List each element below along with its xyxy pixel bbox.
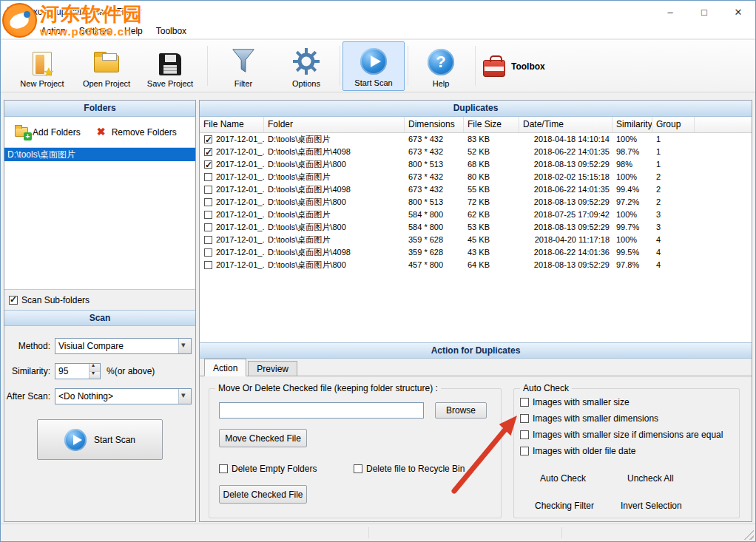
similarity-input[interactable]: 95	[55, 363, 101, 379]
auto-check-option-label: Images with smaller dimensions	[533, 413, 658, 424]
row-checkbox[interactable]	[204, 223, 212, 231]
resize-grip[interactable]	[743, 529, 754, 540]
row-date-time: 2018-06-22 14:01:35	[519, 146, 612, 158]
row-filler	[695, 234, 752, 246]
column-header-date-time[interactable]: Date/Time	[519, 117, 612, 132]
row-checkbox[interactable]	[204, 198, 212, 206]
chevron-down-icon[interactable]	[178, 389, 191, 404]
toolbar-separator	[207, 46, 208, 86]
menu-item-help[interactable]: Help	[118, 23, 149, 39]
table-row[interactable]: 2017-12-01_...D:\tools\桌面图片359 * 62845 K…	[200, 234, 752, 246]
start-scan-button[interactable]: Start Scan	[37, 419, 163, 460]
auto-check-option[interactable]: Images with older file date	[520, 445, 736, 457]
auto-check-option[interactable]: Images with smaller size if dimensions a…	[520, 429, 736, 441]
options-button[interactable]: Options	[275, 41, 337, 91]
folders-panel: Folders Add Folders Remove Folders D:\to…	[4, 100, 196, 522]
column-header-filler	[695, 117, 752, 132]
column-header-dimensions[interactable]: Dimensions	[405, 117, 464, 132]
row-file-name: 2017-12-01_...	[216, 209, 264, 221]
table-row[interactable]: 2017-12-01_...D:\tools\桌面图片\800800 * 513…	[200, 196, 752, 209]
chevron-down-icon[interactable]	[178, 339, 191, 353]
auto-check-option[interactable]: Images with smaller dimensions	[520, 413, 736, 424]
row-filler	[695, 209, 752, 221]
row-similarity: 98%	[612, 158, 652, 171]
scan-subfolders-checkbox[interactable]: Scan Sub-folders	[9, 294, 90, 307]
delete-empty-folders-checkbox[interactable]: Delete Empty Folders	[219, 463, 317, 475]
table-row[interactable]: 2017-12-01_...D:\tools\桌面图片\800457 * 800…	[200, 259, 752, 271]
method-select[interactable]: Visiual Compare	[55, 338, 192, 354]
menu-item-toolbox[interactable]: Toolbox	[149, 23, 193, 39]
row-group: 3	[652, 209, 695, 221]
start-scan-toolbar-button[interactable]: Start Scan	[342, 41, 405, 91]
menu-item-file[interactable]: File	[7, 23, 34, 39]
row-file-size: 83 KB	[464, 133, 519, 146]
folder-list-item[interactable]: D:\tools\桌面图片	[4, 148, 195, 161]
table-row[interactable]: 2017-12-01_...D:\tools\桌面图片\800800 * 513…	[200, 158, 752, 171]
move-checked-file-button[interactable]: Move Checked File	[219, 429, 307, 447]
help-button[interactable]: Help	[410, 41, 472, 91]
row-checkbox[interactable]	[204, 211, 212, 219]
tab-preview[interactable]: Preview	[248, 361, 297, 376]
tab-action[interactable]: Action	[204, 359, 246, 376]
delete-checked-file-button[interactable]: Delete Checked File	[219, 485, 307, 504]
new-project-button[interactable]: New Project	[10, 41, 75, 91]
column-header-group[interactable]: Group	[652, 117, 695, 132]
row-file-name: 2017-12-01_...	[216, 221, 264, 234]
table-row[interactable]: 2017-12-01_...D:\tools\桌面图片\4098673 * 43…	[200, 146, 752, 158]
column-header-folder[interactable]: Folder	[264, 117, 405, 132]
filter-button[interactable]: Filter	[212, 41, 274, 91]
table-row[interactable]: 2017-12-01_...D:\tools\桌面图片\4098673 * 43…	[200, 183, 752, 196]
start-scan-button-label: Start Scan	[94, 435, 135, 445]
column-header-similarity[interactable]: Similarity	[612, 117, 652, 132]
row-checkbox[interactable]	[204, 173, 212, 181]
auto-check-option[interactable]: Images with smaller size	[520, 396, 736, 408]
save-project-button[interactable]: Save Project	[138, 41, 202, 91]
table-row[interactable]: 2017-12-01_...D:\tools\桌面图片673 * 43280 K…	[200, 171, 752, 183]
row-dimensions: 800 * 513	[405, 158, 464, 171]
delete-to-recycle-bin-checkbox[interactable]: Delete file to Recycle Bin	[354, 463, 465, 475]
minimize-button[interactable]: –	[653, 1, 687, 23]
row-folder: D:\tools\桌面图片\4098	[264, 146, 405, 158]
after-scan-select[interactable]: <Do Nothing>	[55, 388, 192, 404]
column-header-file-size[interactable]: File Size	[464, 117, 519, 132]
row-file-size: 43 KB	[464, 246, 519, 259]
toolbox-button[interactable]: Toolbox	[483, 41, 564, 91]
row-dimensions: 584 * 800	[405, 209, 464, 221]
menu-item-action[interactable]: Action	[34, 23, 72, 39]
toolbar-separator	[408, 46, 408, 86]
auto-check-button[interactable]: Auto Check	[540, 473, 586, 484]
row-checkbox[interactable]	[204, 148, 212, 156]
table-row[interactable]: 2017-12-01_...D:\tools\桌面图片\4098359 * 62…	[200, 246, 752, 259]
row-checkbox[interactable]	[204, 236, 212, 244]
table-row[interactable]: 2017-12-01_...D:\tools\桌面图片673 * 43283 K…	[200, 133, 752, 146]
row-checkbox[interactable]	[204, 261, 212, 269]
table-row[interactable]: 2017-12-01_...D:\tools\桌面图片\800584 * 800…	[200, 221, 752, 234]
table-row[interactable]: 2017-12-01_...D:\tools\桌面图片584 * 80062 K…	[200, 209, 752, 221]
checking-filter-button[interactable]: Checking Filter	[535, 501, 594, 511]
uncheck-all-button[interactable]: Uncheck All	[627, 473, 674, 484]
row-folder: D:\tools\桌面图片\800	[264, 158, 405, 171]
row-similarity: 100%	[612, 234, 652, 246]
move-path-input[interactable]	[219, 402, 424, 419]
remove-folders-button[interactable]: Remove Folders	[97, 127, 177, 138]
menu-item-settings[interactable]: Settings	[72, 23, 118, 39]
add-folders-button[interactable]: Add Folders	[15, 127, 81, 138]
action-for-duplicates-header: Action for Duplicates	[200, 342, 752, 359]
auto-check-option-label: Images with smaller size if dimensions a…	[533, 430, 723, 440]
row-file-size: 45 KB	[464, 234, 519, 246]
row-file-name: 2017-12-01_...	[216, 246, 264, 259]
title-bar: Boxoft Duplicate Image Finder – □ ✕	[1, 1, 755, 23]
open-project-button[interactable]: Open Project	[75, 41, 138, 91]
row-file-name: 2017-12-01_...	[216, 133, 264, 146]
row-checkbox[interactable]	[204, 186, 212, 194]
close-button[interactable]: ✕	[721, 1, 755, 23]
row-checkbox[interactable]	[204, 160, 212, 169]
maximize-button[interactable]: □	[687, 1, 721, 23]
row-checkbox[interactable]	[204, 135, 212, 143]
column-header-file-name[interactable]: File Name	[200, 117, 264, 132]
row-checkbox[interactable]	[204, 248, 212, 257]
invert-selection-button[interactable]: Invert Selection	[621, 501, 682, 511]
spin-down-icon[interactable]	[90, 371, 100, 379]
row-group: 2	[652, 196, 695, 209]
browse-button[interactable]: Browse	[435, 402, 487, 419]
